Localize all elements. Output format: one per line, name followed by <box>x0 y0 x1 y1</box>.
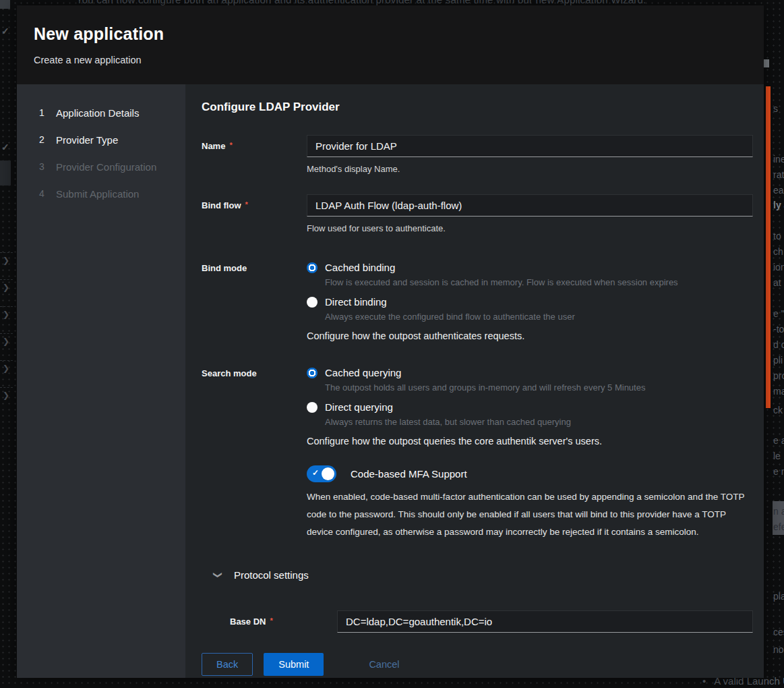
background-highlight-box <box>0 161 11 185</box>
radio-unselected-icon[interactable] <box>307 297 318 308</box>
background-text-fragment: at <box>773 277 781 288</box>
radio-selected-icon[interactable] <box>307 262 318 273</box>
step-number: 4 <box>39 188 56 199</box>
mfa-description: When enabled, code-based multi-factor au… <box>307 488 753 541</box>
chevron-right-icon: ❯ <box>3 310 9 319</box>
chevron-right-icon: ❯ <box>3 283 9 292</box>
background-text-fragment: ma <box>773 386 784 397</box>
radio-selected-icon[interactable] <box>307 368 318 378</box>
step-provider-configuration: 3 Provider Configuration <box>17 153 185 180</box>
background-text-fragment: ly a <box>773 200 784 210</box>
search-mode-option-cached[interactable]: Cached querying <box>307 367 753 378</box>
radio-description: Always execute the configured bind flow … <box>325 312 753 322</box>
background-text-fragment: e a <box>773 435 784 446</box>
base-dn-label: Base DN* <box>230 610 337 633</box>
protocol-settings-expander[interactable]: ❯ Protocol settings <box>202 569 753 581</box>
check-icon: ✓ <box>1 142 9 152</box>
wizard-steps-sidebar: 1 Application Details 2 Provider Type 3 … <box>17 84 185 678</box>
step-application-details[interactable]: 1 Application Details <box>17 99 185 126</box>
step-label: Application Details <box>56 107 139 119</box>
name-input[interactable] <box>307 135 753 157</box>
background-text-fragment: pla <box>773 591 784 602</box>
background-text-fragment: ion <box>773 262 784 273</box>
background-text-fragment: ck <box>773 405 783 415</box>
search-mode-label: Search mode <box>202 367 307 447</box>
bind-mode-option-direct[interactable]: Direct binding <box>307 296 753 308</box>
search-mode-row: Search mode Cached querying The outpost … <box>202 367 753 447</box>
submit-button[interactable]: Submit <box>264 653 324 676</box>
divider <box>0 387 13 388</box>
step-submit-application: 4 Submit Application <box>17 180 185 207</box>
bind-mode-option-cached[interactable]: Cached binding <box>307 262 753 273</box>
divider <box>0 252 13 253</box>
divider <box>0 360 13 361</box>
radio-label: Cached binding <box>325 262 395 273</box>
step-label: Submit Application <box>56 188 139 200</box>
toggle-knob <box>322 467 334 480</box>
toggle-check-icon: ✓ <box>312 468 319 478</box>
background-text-fragment: s <box>773 103 778 114</box>
modal-header: New application Create a new application <box>17 5 764 84</box>
background-text-fragment: to <box>773 231 781 241</box>
search-mode-help: Configure how the outpost queries the co… <box>307 436 753 447</box>
bind-flow-label: Bind flow* <box>202 194 307 233</box>
background-text-fragment: no <box>773 644 784 655</box>
background-text-fragment: efe <box>773 521 784 532</box>
base-dn-input[interactable] <box>337 610 753 633</box>
back-button[interactable]: Back <box>202 653 253 676</box>
chevron-right-icon: ❯ <box>3 337 9 346</box>
bind-flow-row: Bind flow* Flow used for users to authen… <box>202 194 753 233</box>
protocol-settings-label: Protocol settings <box>234 569 309 581</box>
background-text-fragment: pro <box>773 370 784 381</box>
search-mode-option-direct[interactable]: Direct querying <box>307 401 753 413</box>
mfa-label: Code-based MFA Support <box>351 468 467 480</box>
background-text-fragment: e n <box>773 466 784 477</box>
background-text-fragment: ea <box>773 185 784 196</box>
required-asterisk: * <box>270 617 272 625</box>
radio-label: Cached querying <box>325 367 401 378</box>
bind-flow-input[interactable] <box>307 194 753 217</box>
required-asterisk: * <box>229 141 232 149</box>
step-label: Provider Type <box>56 134 118 146</box>
background-accent-bar <box>766 86 771 408</box>
chevron-down-icon: ❯ <box>213 571 223 579</box>
step-number: 1 <box>39 107 56 118</box>
radio-description: Flow is executed and session is cached i… <box>325 277 753 287</box>
provider-form: Configure LDAP Provider Name* Method's d… <box>185 84 764 678</box>
modal-subtitle: Create a new application <box>34 55 747 65</box>
chevron-right-icon: ❯ <box>3 364 9 373</box>
check-icon: ✓ <box>1 26 9 36</box>
bind-flow-help: Flow used for users to authenticate. <box>307 223 753 233</box>
bind-mode-row: Bind mode Cached binding Flow is execute… <box>202 262 753 341</box>
step-label: Provider Configuration <box>56 161 156 173</box>
background-text-fragment: ch <box>773 246 783 257</box>
background-block <box>0 0 10 9</box>
mfa-row: ✓ Code-based MFA Support When enabled, c… <box>202 465 753 541</box>
background-text-fragment: n a <box>773 506 784 517</box>
divider <box>0 279 13 280</box>
background-text-fragment: rat <box>773 169 784 180</box>
background-text-fragment: -to <box>773 324 784 335</box>
wizard-announcement-banner: You can now configure both an applicatio… <box>76 0 646 5</box>
radio-label: Direct binding <box>325 296 387 308</box>
name-row: Name* Method's display Name. <box>202 135 753 174</box>
new-application-modal: New application Create a new application… <box>17 5 764 678</box>
base-dn-row: Base DN* <box>202 610 753 633</box>
radio-unselected-icon[interactable] <box>307 402 318 413</box>
cancel-button[interactable]: Cancel <box>366 654 402 675</box>
background-text-fragment: ine <box>773 154 784 165</box>
radio-description: Always returns the latest data, but slow… <box>325 417 753 427</box>
name-help: Method's display Name. <box>307 164 753 174</box>
step-number: 2 <box>39 134 56 145</box>
step-number: 3 <box>39 161 56 172</box>
chevron-right-icon: ❯ <box>3 391 9 400</box>
radio-description: The outpost holds all users and groups i… <box>325 382 753 393</box>
background-text-fragment: pli <box>773 355 783 366</box>
wizard-footer: Back Submit Cancel <box>202 653 753 676</box>
bind-mode-label: Bind mode <box>202 262 307 341</box>
required-asterisk: * <box>245 200 248 208</box>
step-provider-type[interactable]: 2 Provider Type <box>17 126 185 153</box>
background-text-fragment: le <box>773 451 781 461</box>
background-text-fragment: e "o <box>773 308 784 319</box>
mfa-toggle[interactable]: ✓ <box>307 465 336 482</box>
